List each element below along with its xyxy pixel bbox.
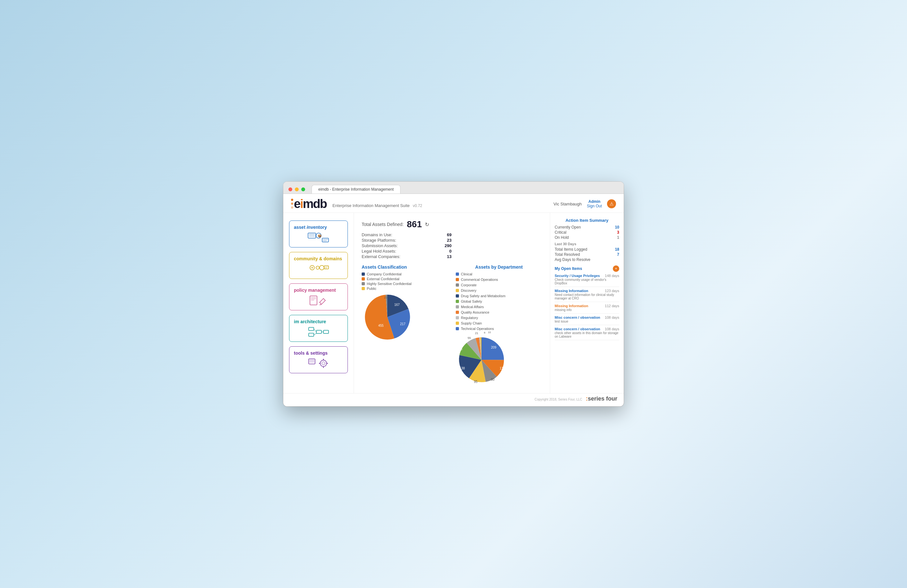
open-item-3-header: Missing Information 112 days — [554, 304, 619, 308]
browser-tab[interactable]: eimdb - Enterprise Information Managemen… — [311, 185, 401, 193]
logo-dot-1 — [291, 199, 293, 201]
right-panel: Action Item Summary Currently Open 10 Cr… — [550, 213, 624, 393]
svg-rect-25 — [324, 330, 329, 334]
svg-rect-16 — [311, 297, 316, 298]
open-item-1-title[interactable]: Security / Usage Privileges — [554, 274, 600, 278]
nav-card-asset-inventory[interactable]: asset inventory 📦 — [289, 220, 348, 248]
alert-icon[interactable]: ⚠ — [607, 199, 616, 208]
open-item-5-header: Misc concern / observation 108 days — [554, 327, 619, 331]
minimize-button[interactable] — [295, 187, 299, 191]
footer-brand-text: series four — [588, 395, 617, 402]
dept-dot-global-safety — [456, 300, 459, 303]
svg-point-9 — [311, 267, 313, 268]
currently-open-label: Currently Open — [554, 225, 581, 230]
nav-card-title-asset-inventory: asset inventory — [294, 225, 343, 230]
nav-icon-im-architecture — [294, 326, 343, 338]
svg-point-10 — [316, 266, 319, 269]
admin-link[interactable]: Admin — [588, 199, 600, 204]
dept-dot-qa — [456, 311, 459, 314]
open-item-3-title[interactable]: Missing Information — [554, 304, 588, 308]
open-item-1-header: Security / Usage Privileges 148 days — [554, 274, 619, 278]
svg-rect-7 — [323, 240, 327, 241]
total-assets-value: 861 — [407, 219, 422, 230]
dept-dot-discovery — [456, 289, 459, 292]
add-item-icon[interactable]: + — [613, 265, 619, 272]
legend-label-company: Company Confidential — [367, 272, 401, 276]
total-resolved-label: Total Resolved — [554, 252, 580, 257]
maximize-button[interactable] — [301, 187, 305, 191]
dept-dot-drug-safety — [456, 294, 459, 297]
dept-dot-tech-ops — [456, 327, 459, 330]
app-container: eimdb Enterprise Information Management … — [283, 194, 624, 404]
open-item-5-days: 108 days — [605, 327, 619, 331]
left-nav: asset inventory 📦 — [283, 213, 354, 393]
nav-card-policy-management[interactable]: policy management — [289, 283, 348, 310]
signout-link[interactable]: Sign Out — [587, 204, 602, 208]
svg-rect-21 — [309, 333, 314, 336]
my-open-title: My Open Items — [554, 267, 582, 271]
dept-legend-clinical: Clinical — [456, 272, 542, 276]
avg-days-label: Avg Days to Resolve — [554, 257, 590, 262]
main-content: asset inventory 📦 — [283, 213, 624, 393]
open-item-1-days: 148 days — [605, 274, 619, 278]
total-logged-value: 18 — [615, 247, 619, 252]
dept-label-corporate: Corporate — [461, 283, 477, 287]
svg-rect-18 — [311, 300, 314, 300]
open-item-3-desc: missing info — [554, 308, 619, 312]
dept-legend-supply: Supply Chain — [456, 321, 542, 325]
stat-value-submission: 290 — [442, 243, 452, 248]
my-open-header: My Open Items + — [554, 265, 619, 272]
classification-title: Assets Classification — [362, 264, 448, 270]
stat-row-external: External Companies: 13 — [362, 254, 452, 259]
footer-copyright: Copyright 2018, Series Four, LLC — [534, 398, 582, 401]
nav-card-tools-settings[interactable]: tools & settings — [289, 346, 348, 373]
total-assets-row: Total Assets Defined: 861 ↻ — [362, 219, 542, 230]
open-item-4-header: Misc concern / observation 108 days — [554, 315, 619, 320]
on-hold-label: On Hold — [554, 235, 569, 240]
stat-label-legal: Legal Hold Assets: — [362, 249, 396, 254]
subtitle-text: Enterprise Information Management Suite — [332, 203, 410, 208]
stat-label-domains: Domains in Use: — [362, 232, 392, 237]
dept-legend-commercial: Commerical Operations — [456, 278, 542, 281]
dept-label-qa: Quality Assurance — [461, 310, 489, 314]
svg-line-24 — [314, 334, 316, 335]
department-title: Assets by Department — [456, 264, 542, 270]
open-item-2: Missing Information 123 days Need contac… — [554, 289, 619, 302]
legend-highly-sensitive: Highly Sensitive Confidential — [362, 282, 448, 286]
svg-rect-1 — [309, 234, 315, 235]
pie-label-company: 167 — [394, 303, 400, 307]
legend-label-external: External Confidential — [367, 277, 399, 281]
open-item-5-title[interactable]: Misc concern / observation — [554, 327, 600, 331]
dept-legend-global-safety: Global Safety — [456, 299, 542, 303]
svg-rect-29 — [309, 361, 314, 363]
dept-label-tech-ops: Technical Operations — [461, 327, 494, 331]
dept-dot-commercial — [456, 278, 459, 281]
stat-row-legal: Legal Hold Assets: 0 — [362, 248, 452, 254]
department-pie-chart: 209 110 80 95 138 78 55 21 6 22 — [456, 334, 507, 385]
open-item-4-title[interactable]: Misc concern / observation — [554, 315, 600, 320]
refresh-icon[interactable]: ↻ — [425, 222, 429, 228]
action-row-hold: On Hold 1 — [554, 235, 619, 240]
admin-links: Admin Sign Out — [587, 199, 602, 208]
nav-icon-policy-management — [294, 295, 343, 306]
close-button[interactable] — [288, 187, 292, 191]
svg-rect-5 — [322, 238, 329, 242]
department-area: Assets by Department Clinical Commerical… — [456, 264, 542, 387]
app-footer: Copyright 2018, Series Four, LLC :series… — [283, 393, 624, 404]
dept-label-medical: Medical Affairs — [461, 305, 484, 309]
dept-dot-medical — [456, 305, 459, 308]
dept-label-drug-safety: Drug Safety and Metabolism — [461, 294, 506, 298]
legend-label-public: Public — [367, 287, 377, 291]
dept-pie-label-commercial: 110 — [500, 366, 505, 370]
browser-window: eimdb - Enterprise Information Managemen… — [283, 182, 624, 406]
stat-value-storage: 23 — [442, 238, 452, 243]
stat-row-submission: Submission Assets: 290 — [362, 243, 452, 248]
legend-label-highly: Highly Sensitive Confidential — [367, 282, 412, 286]
last30-title: Last 30 Days — [554, 242, 619, 246]
open-item-2-title[interactable]: Missing Information — [554, 289, 588, 293]
nav-card-community-domains[interactable]: community & domains — [289, 252, 348, 279]
dept-legend-regulatory: Regulatory — [456, 316, 542, 320]
svg-rect-20 — [309, 328, 314, 331]
dept-dot-clinical — [456, 273, 459, 276]
nav-card-im-architecture[interactable]: im architecture — [289, 315, 348, 342]
